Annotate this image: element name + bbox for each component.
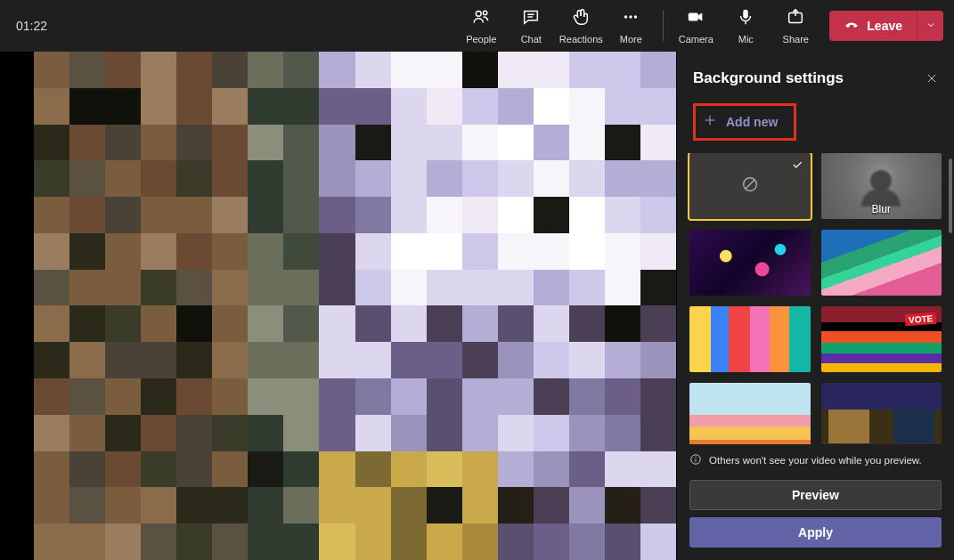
svg-point-6 — [634, 15, 637, 18]
people-icon — [471, 7, 491, 30]
mic-icon — [736, 7, 755, 30]
bg-option-4[interactable] — [821, 230, 942, 296]
background-settings-panel: Background settings Add new — [676, 52, 954, 560]
chat-button[interactable]: Chat — [506, 2, 556, 50]
blur-label: Blur — [872, 203, 891, 215]
svg-point-19 — [696, 457, 697, 458]
more-icon — [621, 7, 640, 30]
none-icon — [740, 174, 760, 198]
hangup-icon — [844, 17, 867, 36]
bg-option-none[interactable] — [689, 153, 811, 219]
add-new-label: Add new — [726, 115, 778, 129]
mic-label: Mic — [738, 34, 754, 45]
meeting-toolbar: 01:22 People Chat Reactions More — [0, 0, 954, 52]
leave-dropdown[interactable] — [917, 11, 943, 41]
svg-point-0 — [477, 11, 482, 16]
bg-option-3[interactable] — [689, 230, 811, 296]
preview-info: Others won't see your video while you pr… — [677, 444, 954, 476]
bg-option-7[interactable] — [689, 383, 811, 444]
chat-icon — [521, 7, 541, 30]
separator — [663, 11, 664, 41]
svg-rect-8 — [744, 10, 749, 19]
camera-icon — [686, 7, 705, 30]
info-icon — [689, 453, 709, 467]
apply-button[interactable]: Apply — [689, 517, 942, 548]
panel-title: Background settings — [693, 69, 844, 87]
add-new-highlight: Add new — [693, 103, 938, 141]
leave-label: Leave — [867, 19, 902, 33]
share-label: Share — [783, 34, 809, 45]
chat-label: Chat — [521, 34, 542, 45]
svg-rect-7 — [689, 12, 698, 20]
bg-option-blur[interactable]: Blur — [821, 153, 942, 219]
more-button[interactable]: More — [606, 2, 656, 50]
camera-label: Camera — [679, 34, 713, 45]
people-button[interactable]: People — [456, 2, 506, 50]
people-label: People — [466, 34, 496, 45]
camera-button[interactable]: Camera — [671, 2, 721, 50]
reactions-button[interactable]: Reactions — [556, 2, 606, 50]
plus-icon — [703, 113, 717, 131]
app-root: 01:22 People Chat Reactions More — [0, 0, 954, 560]
svg-point-4 — [624, 15, 627, 18]
panel-header: Background settings — [677, 61, 954, 103]
bg-option-5[interactable] — [689, 306, 811, 372]
background-grid: Blur — [677, 153, 954, 444]
call-timer: 01:22 — [11, 19, 47, 33]
video-stage — [0, 52, 676, 560]
pixelated-video — [34, 52, 676, 560]
leave-button[interactable]: Leave — [829, 11, 917, 41]
content-area: Background settings Add new — [0, 52, 954, 560]
svg-line-16 — [746, 180, 754, 189]
share-button[interactable]: Share — [771, 2, 820, 50]
info-text: Others won't see your video while you pr… — [709, 455, 922, 466]
bg-option-8[interactable] — [821, 383, 942, 444]
add-new-button[interactable]: Add new — [693, 103, 796, 141]
mic-button[interactable]: Mic — [721, 2, 771, 50]
reactions-label: Reactions — [559, 34, 603, 45]
bg-option-6[interactable] — [821, 306, 942, 372]
preview-button[interactable]: Preview — [689, 480, 942, 510]
share-icon — [786, 7, 805, 30]
svg-point-1 — [484, 11, 487, 14]
svg-point-5 — [630, 15, 632, 18]
reactions-icon — [571, 7, 591, 30]
close-panel-button[interactable] — [925, 72, 938, 85]
leave-group: Leave — [829, 11, 943, 41]
chevron-down-icon — [925, 18, 936, 34]
more-label: More — [620, 34, 642, 45]
scrollbar-thumb[interactable] — [949, 158, 952, 233]
